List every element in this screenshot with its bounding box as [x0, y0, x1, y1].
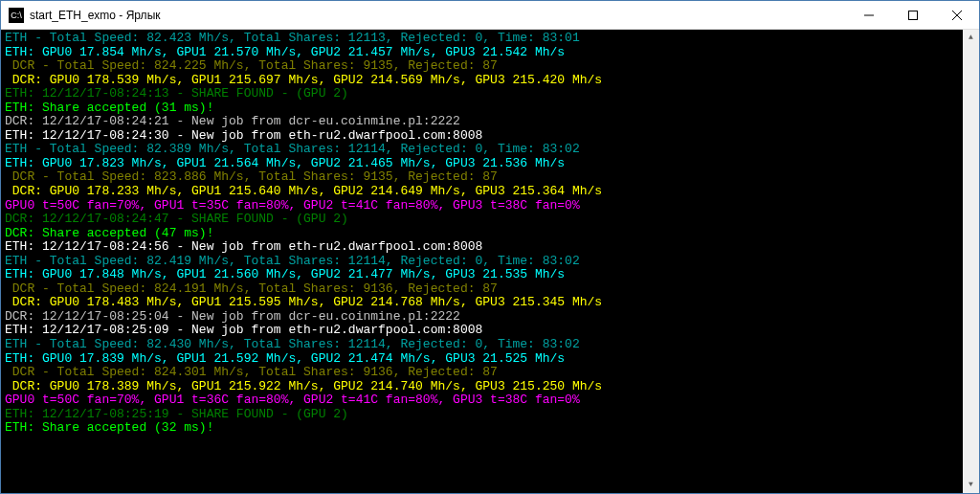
console-line: ETH: Share accepted (32 ms)!: [5, 421, 960, 436]
console-line: ETH: 12/12/17-08:24:13 - SHARE FOUND - (…: [5, 87, 960, 101]
console-line: DCR: GPU0 178.233 Mh/s, GPU1 215.640 Mh/…: [5, 185, 960, 199]
app-icon: C:\: [9, 8, 24, 23]
minimize-icon: [864, 11, 874, 20]
console-line: DCR - Total Speed: 823.886 Mh/s, Total S…: [5, 170, 960, 185]
minimize-button[interactable]: [847, 1, 891, 29]
console-line: ETH - Total Speed: 82.430 Mh/s, Total Sh…: [5, 338, 960, 352]
console-line: DCR - Total Speed: 824.301 Mh/s, Total S…: [5, 366, 960, 380]
console-line: ETH: Share accepted (31 ms)!: [5, 101, 960, 116]
application-window: C:\ start_ETH_exmo - Ярлык ETH - Total S…: [0, 0, 980, 494]
scroll-down-button[interactable]: ▼: [963, 477, 979, 493]
console-line: ETH: GPU0 17.839 Mh/s, GPU1 21.592 Mh/s,…: [5, 352, 960, 367]
console-line: ETH: 12/12/17-08:24:56 - New job from et…: [5, 240, 960, 255]
console-line: DCR - Total Speed: 824.225 Mh/s, Total S…: [5, 59, 960, 74]
scroll-up-button[interactable]: ▲: [963, 30, 979, 46]
vertical-scrollbar[interactable]: ▲ ▼: [963, 30, 979, 493]
svg-rect-1: [909, 11, 918, 19]
console-line: ETH: GPU0 17.854 Mh/s, GPU1 21.570 Mh/s,…: [5, 46, 960, 60]
console-line: ETH: 12/12/17-08:25:09 - New job from et…: [5, 324, 960, 338]
console-line: DCR: GPU0 178.389 Mh/s, GPU1 215.922 Mh/…: [5, 380, 960, 394]
console-line: DCR: 12/12/17-08:24:47 - SHARE FOUND - (…: [5, 213, 960, 227]
close-icon: [952, 11, 962, 20]
console-line: DCR: GPU0 178.539 Mh/s, GPU1 215.697 Mh/…: [5, 74, 960, 88]
console-line: ETH - Total Speed: 82.389 Mh/s, Total Sh…: [5, 143, 960, 157]
console-line: DCR: Share accepted (47 ms)!: [5, 227, 960, 241]
titlebar[interactable]: C:\ start_ETH_exmo - Ярлык: [1, 1, 979, 30]
console-output[interactable]: ETH - Total Speed: 82.423 Mh/s, Total Sh…: [1, 30, 979, 493]
console-line: DCR: 12/12/17-08:24:21 - New job from dc…: [5, 115, 960, 129]
maximize-button[interactable]: [891, 1, 935, 29]
console-line: ETH: GPU0 17.848 Mh/s, GPU1 21.560 Mh/s,…: [5, 268, 960, 282]
console-line: GPU0 t=50C fan=70%, GPU1 t=36C fan=80%, …: [5, 393, 960, 408]
chevron-up-icon: ▲: [969, 34, 973, 42]
console-line: ETH - Total Speed: 82.419 Mh/s, Total Sh…: [5, 255, 960, 269]
console-lines: ETH - Total Speed: 82.423 Mh/s, Total Sh…: [5, 32, 975, 436]
console-line: ETH - Total Speed: 82.423 Mh/s, Total Sh…: [5, 32, 960, 46]
window-title: start_ETH_exmo - Ярлык: [30, 9, 847, 22]
console-line: DCR: 12/12/17-08:25:04 - New job from dc…: [5, 310, 960, 325]
console-line: ETH: 12/12/17-08:25:19 - SHARE FOUND - (…: [5, 408, 960, 422]
console-line: ETH: GPU0 17.823 Mh/s, GPU1 21.564 Mh/s,…: [5, 157, 960, 171]
scrollbar-track[interactable]: [963, 46, 979, 477]
chevron-down-icon: ▼: [969, 481, 973, 489]
console-line: ETH: 12/12/17-08:24:30 - New job from et…: [5, 129, 960, 144]
close-button[interactable]: [935, 1, 979, 29]
console-line: GPU0 t=50C fan=70%, GPU1 t=35C fan=80%, …: [5, 199, 960, 213]
console-line: DCR - Total Speed: 824.191 Mh/s, Total S…: [5, 282, 960, 297]
window-controls: [847, 1, 979, 29]
maximize-icon: [908, 11, 918, 20]
console-line: DCR: GPU0 178.483 Mh/s, GPU1 215.595 Mh/…: [5, 296, 960, 310]
